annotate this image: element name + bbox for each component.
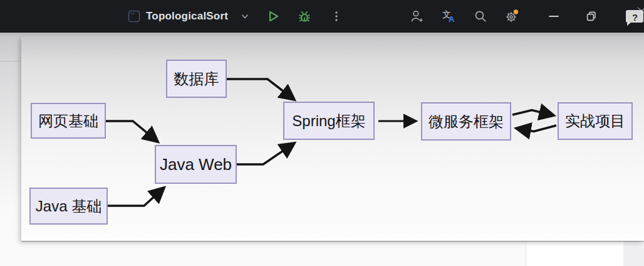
help-bubble-icon[interactable]: ? bbox=[621, 5, 644, 30]
minimize-icon[interactable] bbox=[546, 0, 561, 33]
translate-icon[interactable]: 文 A bbox=[440, 0, 457, 33]
diagram-node-web-basics: 网页基础 bbox=[31, 103, 106, 139]
node-label: 网页基础 bbox=[38, 111, 98, 131]
diagram-node-database: 数据库 bbox=[166, 60, 227, 98]
svg-text:A: A bbox=[449, 14, 455, 24]
help-glyph: ? bbox=[632, 12, 638, 23]
node-label: 数据库 bbox=[174, 69, 219, 89]
edge-javaweb-spring bbox=[237, 143, 294, 164]
chevron-down-icon[interactable] bbox=[239, 0, 251, 33]
edge-db-spring bbox=[227, 79, 294, 100]
code-with-me-icon[interactable] bbox=[408, 0, 425, 33]
node-label: Spring框架 bbox=[292, 111, 365, 131]
ide-background: 数据库 网页基础 Java 基础 Java Web Spring框架 微服务框架… bbox=[0, 33, 644, 266]
settings-icon[interactable] bbox=[504, 0, 520, 33]
node-label: Java 基础 bbox=[36, 196, 101, 216]
dependency-diagram-panel: 数据库 网页基础 Java 基础 Java Web Spring框架 微服务框架… bbox=[21, 36, 644, 241]
node-label: Java Web bbox=[160, 155, 232, 174]
edge-project-micro bbox=[516, 125, 556, 132]
project-icon bbox=[127, 0, 142, 33]
search-icon[interactable] bbox=[473, 0, 488, 33]
edge-webbasics-javaweb bbox=[106, 121, 158, 142]
kebab-menu-icon[interactable] bbox=[331, 0, 342, 33]
diagram-node-java-basics: Java 基础 bbox=[29, 188, 108, 225]
titlebar: TopologicalSort 文 A bbox=[0, 0, 644, 33]
debug-icon[interactable] bbox=[297, 0, 312, 33]
notification-dot bbox=[513, 9, 519, 15]
run-icon[interactable] bbox=[266, 0, 281, 33]
editor-gutter-right bbox=[623, 241, 644, 266]
restore-icon[interactable] bbox=[584, 0, 599, 33]
editor-area-below bbox=[0, 241, 644, 266]
diagram-node-spring: Spring框架 bbox=[283, 102, 375, 140]
project-name[interactable]: TopologicalSort bbox=[146, 0, 228, 33]
edge-micro-project bbox=[512, 110, 554, 116]
background-divider bbox=[0, 61, 23, 61]
node-label: 实战项目 bbox=[565, 111, 625, 131]
node-label: 微服务框架 bbox=[428, 112, 504, 132]
diagram-node-project: 实战项目 bbox=[558, 102, 633, 140]
editor-column bbox=[526, 241, 624, 266]
edge-javabasics-javaweb bbox=[108, 188, 164, 206]
diagram-node-java-web: Java Web bbox=[155, 145, 237, 184]
diagram-node-microservice: 微服务框架 bbox=[421, 102, 511, 141]
